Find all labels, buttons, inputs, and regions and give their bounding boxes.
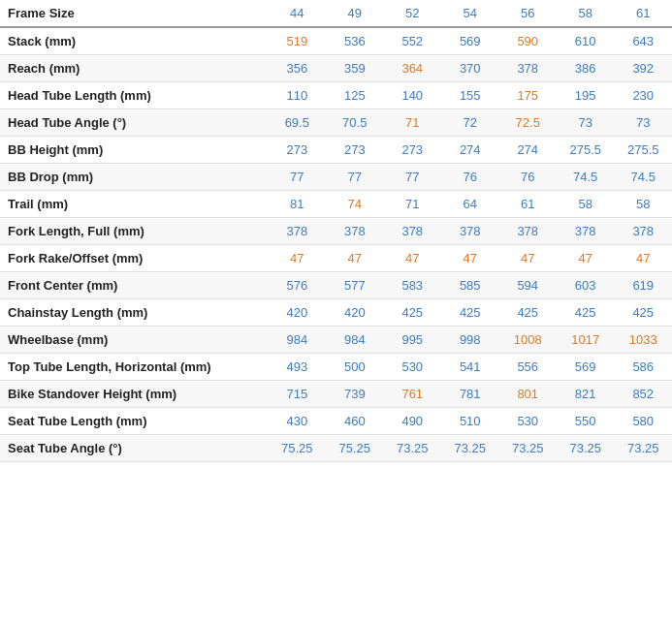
cell-value: 64 (441, 191, 498, 218)
cell-value: 273 (269, 137, 326, 164)
cell-value: 576 (269, 272, 326, 299)
table-row: Stack (mm)519536552569590610643 (0, 27, 672, 55)
row-label: Head Tube Length (mm) (0, 82, 269, 109)
cell-value: 73.25 (557, 435, 614, 462)
cell-value: 984 (326, 327, 383, 354)
cell-value: 386 (557, 55, 614, 82)
cell-value: 801 (498, 381, 556, 408)
cell-value: 378 (384, 218, 441, 245)
cell-value: 610 (557, 27, 614, 55)
cell-value: 577 (326, 272, 383, 299)
cell-value: 569 (441, 27, 498, 55)
cell-value: 47 (384, 245, 441, 272)
size-61: 61 (614, 0, 672, 27)
cell-value: 586 (614, 354, 672, 381)
table-row: Seat Tube Length (mm)4304604905105305505… (0, 408, 672, 435)
row-label: Trail (mm) (0, 191, 269, 218)
cell-value: 74.5 (557, 164, 614, 191)
row-label: Wheelbase (mm) (0, 327, 269, 354)
cell-value: 541 (441, 354, 498, 381)
cell-value: 125 (326, 82, 383, 109)
cell-value: 70.5 (326, 109, 383, 137)
cell-value: 378 (269, 218, 326, 245)
table-row: Fork Rake/Offset (mm)47474747474747 (0, 245, 672, 272)
cell-value: 47 (614, 245, 672, 272)
cell-value: 61 (498, 191, 556, 218)
cell-value: 761 (384, 381, 441, 408)
cell-value: 425 (441, 299, 498, 327)
table-row: Trail (mm)81747164615858 (0, 191, 672, 218)
cell-value: 569 (557, 354, 614, 381)
table-row: Chainstay Length (mm)4204204254254254254… (0, 299, 672, 327)
cell-value: 47 (557, 245, 614, 272)
cell-value: 77 (269, 164, 326, 191)
cell-value: 71 (384, 191, 441, 218)
cell-value: 75.25 (269, 435, 326, 462)
table-row: Wheelbase (mm)984984995998100810171033 (0, 327, 672, 354)
header-row: Frame Size 44 49 52 54 56 58 61 (0, 0, 672, 27)
cell-value: 493 (269, 354, 326, 381)
cell-value: 619 (614, 272, 672, 299)
row-label: BB Height (mm) (0, 137, 269, 164)
cell-value: 356 (269, 55, 326, 82)
table-row: Front Center (mm)576577583585594603619 (0, 272, 672, 299)
cell-value: 460 (326, 408, 383, 435)
cell-value: 998 (441, 327, 498, 354)
cell-value: 71 (384, 109, 441, 137)
table-row: Fork Length, Full (mm)378378378378378378… (0, 218, 672, 245)
row-label: Stack (mm) (0, 27, 269, 55)
cell-value: 364 (384, 55, 441, 82)
row-label: Bike Standover Height (mm) (0, 381, 269, 408)
size-44: 44 (269, 0, 326, 27)
cell-value: 275.5 (557, 137, 614, 164)
cell-value: 175 (498, 82, 556, 109)
geometry-table: Frame Size 44 49 52 54 56 58 61 Stack (m… (0, 0, 672, 462)
size-49: 49 (326, 0, 383, 27)
cell-value: 420 (326, 299, 383, 327)
cell-value: 583 (384, 272, 441, 299)
row-label: Top Tube Length, Horizontal (mm) (0, 354, 269, 381)
cell-value: 81 (269, 191, 326, 218)
cell-value: 378 (498, 218, 556, 245)
table-row: Head Tube Length (mm)1101251401551751952… (0, 82, 672, 109)
cell-value: 425 (557, 299, 614, 327)
row-label: Fork Length, Full (mm) (0, 218, 269, 245)
cell-value: 490 (384, 408, 441, 435)
cell-value: 230 (614, 82, 672, 109)
cell-value: 995 (384, 327, 441, 354)
size-54: 54 (441, 0, 498, 27)
cell-value: 47 (269, 245, 326, 272)
cell-value: 72.5 (498, 109, 556, 137)
cell-value: 73.25 (441, 435, 498, 462)
row-label: Seat Tube Length (mm) (0, 408, 269, 435)
cell-value: 425 (614, 299, 672, 327)
cell-value: 580 (614, 408, 672, 435)
cell-value: 275.5 (614, 137, 672, 164)
cell-value: 378 (498, 55, 556, 82)
cell-value: 1033 (614, 327, 672, 354)
row-label: Head Tube Angle (°) (0, 109, 269, 137)
cell-value: 72 (441, 109, 498, 137)
cell-value: 552 (384, 27, 441, 55)
cell-value: 585 (441, 272, 498, 299)
cell-value: 73 (614, 109, 672, 137)
cell-value: 47 (441, 245, 498, 272)
cell-value: 47 (498, 245, 556, 272)
cell-value: 140 (384, 82, 441, 109)
table-row: Head Tube Angle (°)69.570.5717272.57373 (0, 109, 672, 137)
row-label: Chainstay Length (mm) (0, 299, 269, 327)
table-row: Reach (mm)356359364370378386392 (0, 55, 672, 82)
size-58: 58 (557, 0, 614, 27)
table-body: Stack (mm)519536552569590610643Reach (mm… (0, 27, 672, 462)
table-row: Top Tube Length, Horizontal (mm)49350053… (0, 354, 672, 381)
cell-value: 378 (441, 218, 498, 245)
row-label: BB Drop (mm) (0, 164, 269, 191)
size-56: 56 (498, 0, 556, 27)
cell-value: 781 (441, 381, 498, 408)
cell-value: 76 (441, 164, 498, 191)
cell-value: 821 (557, 381, 614, 408)
cell-value: 73.25 (614, 435, 672, 462)
cell-value: 74.5 (614, 164, 672, 191)
row-label: Front Center (mm) (0, 272, 269, 299)
cell-value: 77 (326, 164, 383, 191)
